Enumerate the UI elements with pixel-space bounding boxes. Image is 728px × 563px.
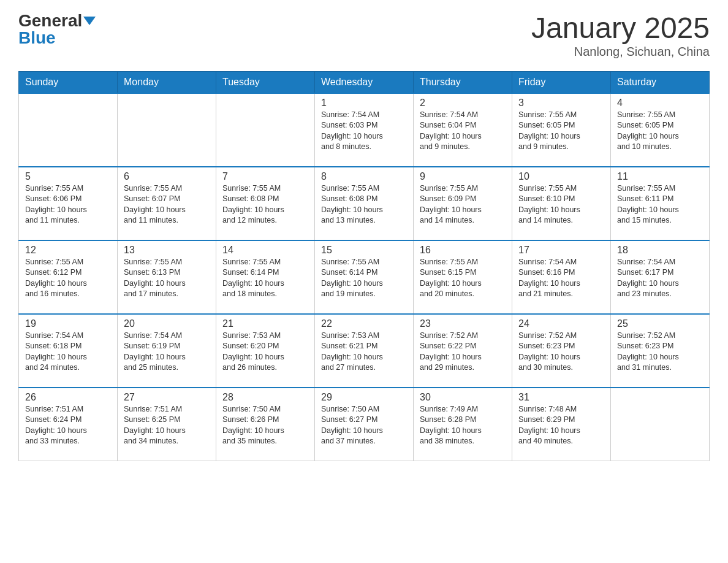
page-header: General Blue January 2025 Nanlong, Sichu… [18,12,710,59]
calendar-day-cell: 15Sunrise: 7:55 AM Sunset: 6:14 PM Dayli… [315,240,414,314]
day-number: 10 [518,171,604,182]
day-number: 8 [321,171,407,182]
day-info: Sunrise: 7:54 AM Sunset: 6:03 PM Dayligh… [321,110,407,153]
day-number: 6 [124,171,210,182]
calendar-day-cell: 10Sunrise: 7:55 AM Sunset: 6:10 PM Dayli… [512,167,611,240]
calendar-day-cell: 28Sunrise: 7:50 AM Sunset: 6:26 PM Dayli… [216,388,315,461]
calendar-day-cell [19,93,118,167]
calendar-week-row: 1Sunrise: 7:54 AM Sunset: 6:03 PM Daylig… [19,93,710,167]
day-info: Sunrise: 7:55 AM Sunset: 6:14 PM Dayligh… [321,257,407,300]
calendar-body: 1Sunrise: 7:54 AM Sunset: 6:03 PM Daylig… [19,93,710,461]
day-info: Sunrise: 7:55 AM Sunset: 6:12 PM Dayligh… [25,257,111,300]
day-info: Sunrise: 7:55 AM Sunset: 6:06 PM Dayligh… [25,183,111,226]
day-info: Sunrise: 7:55 AM Sunset: 6:14 PM Dayligh… [222,257,308,300]
calendar-header-cell: Sunday [19,71,118,93]
day-number: 26 [25,392,111,403]
day-number: 28 [222,392,308,403]
day-number: 18 [617,245,703,256]
day-number: 7 [222,171,308,182]
calendar-day-cell: 26Sunrise: 7:51 AM Sunset: 6:24 PM Dayli… [19,388,118,461]
calendar-day-cell: 17Sunrise: 7:54 AM Sunset: 6:16 PM Dayli… [512,240,611,314]
day-number: 2 [420,98,506,109]
calendar-day-cell: 5Sunrise: 7:55 AM Sunset: 6:06 PM Daylig… [19,167,118,240]
day-info: Sunrise: 7:54 AM Sunset: 6:04 PM Dayligh… [420,110,506,153]
calendar-day-cell: 7Sunrise: 7:55 AM Sunset: 6:08 PM Daylig… [216,167,315,240]
day-number: 12 [25,245,111,256]
day-info: Sunrise: 7:52 AM Sunset: 6:23 PM Dayligh… [518,331,604,373]
calendar-day-cell: 25Sunrise: 7:52 AM Sunset: 6:23 PM Dayli… [611,314,710,388]
day-number: 21 [222,318,308,329]
day-number: 23 [420,318,506,329]
calendar-day-cell: 1Sunrise: 7:54 AM Sunset: 6:03 PM Daylig… [315,93,414,167]
day-number: 31 [518,392,604,403]
calendar-week-row: 19Sunrise: 7:54 AM Sunset: 6:18 PM Dayli… [19,314,710,388]
calendar-week-row: 26Sunrise: 7:51 AM Sunset: 6:24 PM Dayli… [19,388,710,461]
calendar-header: SundayMondayTuesdayWednesdayThursdayFrid… [19,71,710,93]
calendar-day-cell: 4Sunrise: 7:55 AM Sunset: 6:05 PM Daylig… [611,93,710,167]
day-info: Sunrise: 7:55 AM Sunset: 6:05 PM Dayligh… [617,110,703,153]
day-info: Sunrise: 7:54 AM Sunset: 6:18 PM Dayligh… [25,331,111,373]
calendar-day-cell: 19Sunrise: 7:54 AM Sunset: 6:18 PM Dayli… [19,314,118,388]
calendar-day-cell: 21Sunrise: 7:53 AM Sunset: 6:20 PM Dayli… [216,314,315,388]
calendar-day-cell: 27Sunrise: 7:51 AM Sunset: 6:25 PM Dayli… [118,388,216,461]
calendar-day-cell [118,93,216,167]
calendar-day-cell: 16Sunrise: 7:55 AM Sunset: 6:15 PM Dayli… [414,240,512,314]
calendar-day-cell: 24Sunrise: 7:52 AM Sunset: 6:23 PM Dayli… [512,314,611,388]
day-info: Sunrise: 7:48 AM Sunset: 6:29 PM Dayligh… [518,404,604,447]
calendar-day-cell: 29Sunrise: 7:50 AM Sunset: 6:27 PM Dayli… [315,388,414,461]
day-info: Sunrise: 7:55 AM Sunset: 6:13 PM Dayligh… [124,257,210,300]
calendar-header-cell: Thursday [414,71,512,93]
day-number: 25 [617,318,703,329]
calendar-day-cell: 9Sunrise: 7:55 AM Sunset: 6:09 PM Daylig… [414,167,512,240]
calendar-subtitle: Nanlong, Sichuan, China [531,45,710,59]
day-number: 27 [124,392,210,403]
day-info: Sunrise: 7:55 AM Sunset: 6:07 PM Dayligh… [124,183,210,226]
day-info: Sunrise: 7:53 AM Sunset: 6:20 PM Dayligh… [222,331,308,373]
calendar-day-cell: 30Sunrise: 7:49 AM Sunset: 6:28 PM Dayli… [414,388,512,461]
calendar-header-cell: Tuesday [216,71,315,93]
logo-blue-text: Blue [18,29,56,47]
day-info: Sunrise: 7:55 AM Sunset: 6:10 PM Dayligh… [518,183,604,226]
calendar-day-cell: 6Sunrise: 7:55 AM Sunset: 6:07 PM Daylig… [118,167,216,240]
calendar-day-cell: 12Sunrise: 7:55 AM Sunset: 6:12 PM Dayli… [19,240,118,314]
day-number: 3 [518,98,604,109]
day-info: Sunrise: 7:54 AM Sunset: 6:17 PM Dayligh… [617,257,703,300]
day-number: 17 [518,245,604,256]
calendar-day-cell: 22Sunrise: 7:53 AM Sunset: 6:21 PM Dayli… [315,314,414,388]
day-number: 22 [321,318,407,329]
calendar-day-cell: 2Sunrise: 7:54 AM Sunset: 6:04 PM Daylig… [414,93,512,167]
day-info: Sunrise: 7:55 AM Sunset: 6:09 PM Dayligh… [420,183,506,226]
calendar-day-cell: 31Sunrise: 7:48 AM Sunset: 6:29 PM Dayli… [512,388,611,461]
day-number: 1 [321,98,407,109]
day-number: 16 [420,245,506,256]
day-info: Sunrise: 7:50 AM Sunset: 6:26 PM Dayligh… [222,404,308,447]
logo: General Blue [18,12,96,47]
day-info: Sunrise: 7:55 AM Sunset: 6:05 PM Dayligh… [518,110,604,153]
calendar-header-cell: Monday [118,71,216,93]
day-info: Sunrise: 7:53 AM Sunset: 6:21 PM Dayligh… [321,331,407,373]
day-number: 24 [518,318,604,329]
logo-general-text: General [18,12,82,29]
calendar-day-cell [216,93,315,167]
calendar-day-cell: 23Sunrise: 7:52 AM Sunset: 6:22 PM Dayli… [414,314,512,388]
title-block: January 2025 Nanlong, Sichuan, China [531,12,710,59]
calendar-day-cell: 3Sunrise: 7:55 AM Sunset: 6:05 PM Daylig… [512,93,611,167]
day-info: Sunrise: 7:54 AM Sunset: 6:16 PM Dayligh… [518,257,604,300]
calendar-day-cell: 20Sunrise: 7:54 AM Sunset: 6:19 PM Dayli… [118,314,216,388]
calendar-header-cell: Wednesday [315,71,414,93]
calendar-day-cell: 18Sunrise: 7:54 AM Sunset: 6:17 PM Dayli… [611,240,710,314]
day-number: 9 [420,171,506,182]
day-number: 19 [25,318,111,329]
calendar-header-cell: Friday [512,71,611,93]
day-info: Sunrise: 7:52 AM Sunset: 6:23 PM Dayligh… [617,331,703,373]
day-info: Sunrise: 7:55 AM Sunset: 6:08 PM Dayligh… [321,183,407,226]
calendar-day-cell: 11Sunrise: 7:55 AM Sunset: 6:11 PM Dayli… [611,167,710,240]
day-number: 20 [124,318,210,329]
calendar-week-row: 5Sunrise: 7:55 AM Sunset: 6:06 PM Daylig… [19,167,710,240]
logo-triangle-icon [83,17,96,25]
day-number: 29 [321,392,407,403]
day-info: Sunrise: 7:55 AM Sunset: 6:08 PM Dayligh… [222,183,308,226]
calendar-header-cell: Saturday [611,71,710,93]
day-info: Sunrise: 7:50 AM Sunset: 6:27 PM Dayligh… [321,404,407,447]
day-number: 14 [222,245,308,256]
